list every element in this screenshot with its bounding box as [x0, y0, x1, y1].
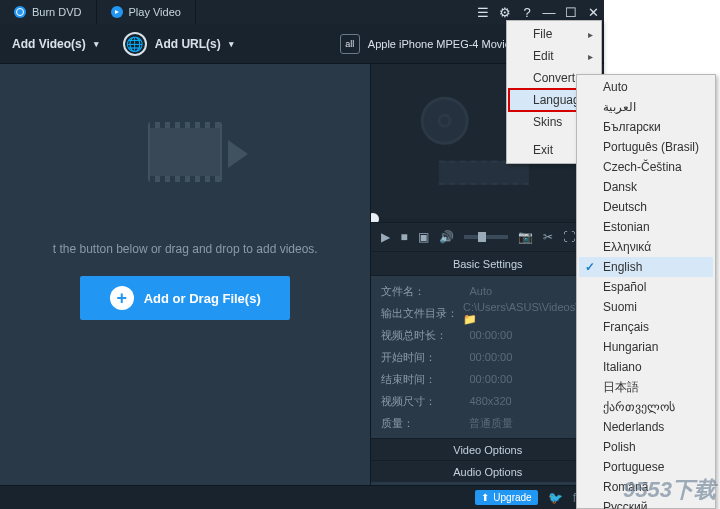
language-option[interactable]: Polish	[579, 437, 713, 457]
setting-label: 结束时间：	[381, 372, 469, 387]
list-icon[interactable]: ☰	[472, 0, 494, 24]
tab-play-video[interactable]: Play Video	[97, 0, 196, 24]
frame-icon[interactable]: ▣	[418, 230, 429, 244]
language-option[interactable]: ქართველოს	[579, 397, 713, 417]
setting-value[interactable]: 00:00:00	[469, 329, 512, 341]
language-option[interactable]: Русский	[579, 497, 713, 509]
setting-value[interactable]: 480x320	[469, 395, 511, 407]
settings-row: 输出文件目录：C:\Users\ASUS\Videos\... 📁	[381, 302, 594, 324]
upgrade-icon: ⬆	[481, 492, 489, 503]
cut-icon[interactable]: ✂	[543, 230, 553, 244]
twitter-icon[interactable]: 🐦	[548, 491, 563, 505]
language-option[interactable]: Nederlands	[579, 417, 713, 437]
language-option[interactable]: Español	[579, 277, 713, 297]
chevron-down-icon: ▾	[94, 39, 99, 49]
video-options-header[interactable]: Video Options	[371, 438, 604, 460]
language-option[interactable]: Română	[579, 477, 713, 497]
setting-label: 视频总时长：	[381, 328, 469, 343]
drop-hint: t the button below or drag and drop to a…	[12, 242, 358, 256]
add-files-button[interactable]: + Add or Drag File(s)	[80, 276, 290, 320]
player-controls: ▶ ■ ▣ 🔊 📷 ✂ ⛶	[371, 222, 604, 252]
language-option[interactable]: Български	[579, 117, 713, 137]
language-option[interactable]: Portuguese	[579, 457, 713, 477]
settings-row: 开始时间：00:00:00	[381, 346, 594, 368]
play-icon[interactable]: ▶	[381, 230, 390, 244]
disc-icon	[14, 6, 26, 18]
label: Add URL(s)	[155, 37, 221, 51]
label: Upgrade	[493, 492, 531, 503]
language-option[interactable]: Dansk	[579, 177, 713, 197]
plus-icon: +	[110, 286, 134, 310]
setting-value[interactable]: 普通质量	[469, 416, 513, 431]
language-option[interactable]: العربية	[579, 97, 713, 117]
language-option[interactable]: Deutsch	[579, 197, 713, 217]
volume-icon[interactable]: 🔊	[439, 230, 454, 244]
filmstrip-icon	[130, 112, 240, 192]
seek-knob[interactable]	[371, 213, 379, 222]
setting-label: 输出文件目录：	[381, 306, 462, 321]
language-option[interactable]: 日本語	[579, 377, 713, 397]
format-box-icon: all	[340, 34, 360, 54]
settings-row: 结束时间：00:00:00	[381, 368, 594, 390]
language-option[interactable]: Estonian	[579, 217, 713, 237]
audio-options-header[interactable]: Audio Options	[371, 460, 604, 482]
language-submenu[interactable]: AutoالعربيةБългарскиPortuguês (Brasil)Cz…	[576, 74, 716, 509]
add-videos-button[interactable]: Add Video(s)▾	[0, 24, 111, 64]
language-option[interactable]: Suomi	[579, 297, 713, 317]
tab-burn-dvd[interactable]: Burn DVD	[0, 0, 97, 24]
language-option[interactable]: English	[579, 257, 713, 277]
setting-value[interactable]: 00:00:00	[469, 373, 512, 385]
language-option[interactable]: Auto	[579, 77, 713, 97]
setting-label: 质量：	[381, 416, 469, 431]
settings-row: 视频总时长：00:00:00	[381, 324, 594, 346]
seek-slider[interactable]	[371, 218, 604, 222]
language-option[interactable]: Hungarian	[579, 337, 713, 357]
tab-label: Play Video	[129, 6, 181, 18]
settings-row: 文件名：Auto	[381, 280, 594, 302]
basic-settings-header[interactable]: Basic Settings	[371, 252, 604, 276]
fullscreen-icon[interactable]: ⛶	[563, 230, 575, 244]
stop-icon[interactable]: ■	[400, 230, 407, 244]
globe-icon: 🌐	[123, 32, 147, 56]
setting-label: 开始时间：	[381, 350, 469, 365]
play-icon	[111, 6, 123, 18]
upgrade-button[interactable]: ⬆Upgrade	[475, 490, 537, 505]
chevron-down-icon: ▾	[229, 39, 234, 49]
language-option[interactable]: Czech-Čeština	[579, 157, 713, 177]
snapshot-icon[interactable]: 📷	[518, 230, 533, 244]
add-urls-button[interactable]: 🌐Add URL(s)▾	[111, 24, 246, 64]
language-option[interactable]: Ελληνικά	[579, 237, 713, 257]
setting-value[interactable]: 00:00:00	[469, 351, 512, 363]
status-bar: ⬆Upgrade 🐦 f ↗	[0, 485, 604, 509]
settings-row: 视频尺寸：480x320	[381, 390, 594, 412]
setting-label: 视频尺寸：	[381, 394, 469, 409]
menu-item-file[interactable]: File	[509, 23, 599, 45]
language-option[interactable]: Português (Brasil)	[579, 137, 713, 157]
language-option[interactable]: Italiano	[579, 357, 713, 377]
setting-label: 文件名：	[381, 284, 469, 299]
tab-label: Burn DVD	[32, 6, 82, 18]
setting-value[interactable]: C:\Users\ASUS\Videos\... 📁	[463, 301, 594, 326]
language-option[interactable]: Français	[579, 317, 713, 337]
file-drop-panel[interactable]: t the button below or drag and drop to a…	[0, 64, 371, 485]
settings-body: 文件名：Auto输出文件目录：C:\Users\ASUS\Videos\... …	[371, 276, 604, 438]
label: Add Video(s)	[12, 37, 86, 51]
label: Add or Drag File(s)	[144, 291, 261, 306]
menu-item-edit[interactable]: Edit	[509, 45, 599, 67]
setting-value[interactable]: Auto	[469, 285, 492, 297]
settings-row: 质量：普通质量	[381, 412, 594, 434]
volume-slider[interactable]	[464, 235, 508, 239]
